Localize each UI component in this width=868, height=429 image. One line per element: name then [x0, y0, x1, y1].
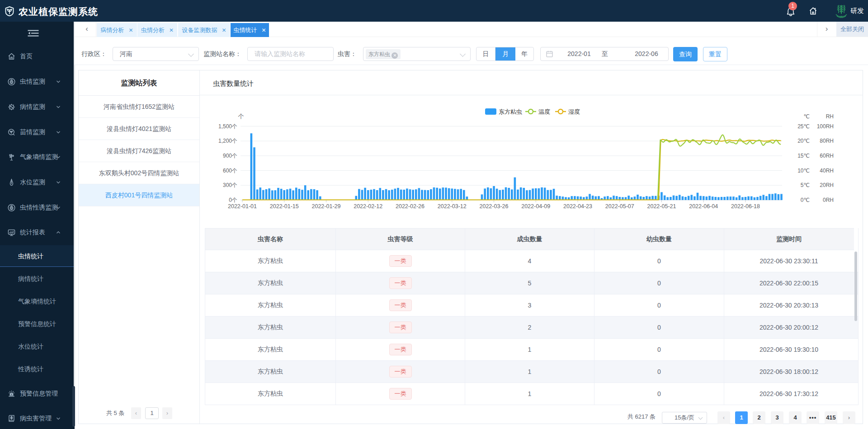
- svg-text:600个: 600个: [223, 168, 237, 174]
- svg-text:℃: ℃: [804, 113, 810, 120]
- svg-text:1,200个: 1,200个: [218, 138, 237, 144]
- svg-text:60RH: 60RH: [820, 153, 834, 159]
- svg-text:2022-01-15: 2022-01-15: [270, 203, 299, 210]
- svg-text:湿度: 湿度: [568, 108, 580, 115]
- svg-text:2022-06-18: 2022-06-18: [731, 203, 760, 210]
- svg-text:RH: RH: [826, 113, 834, 120]
- svg-text:20RH: 20RH: [820, 182, 834, 188]
- svg-text:0个: 0个: [229, 197, 237, 203]
- svg-text:0℃: 0℃: [801, 197, 810, 203]
- svg-text:2022-04-09: 2022-04-09: [521, 203, 550, 210]
- svg-text:20℃: 20℃: [797, 138, 810, 144]
- svg-text:300个: 300个: [223, 182, 237, 188]
- svg-text:25℃: 25℃: [797, 123, 810, 130]
- svg-text:2022-01-29: 2022-01-29: [312, 203, 341, 210]
- svg-text:100RH: 100RH: [817, 123, 834, 130]
- svg-text:个: 个: [238, 113, 244, 120]
- svg-text:2022-02-12: 2022-02-12: [354, 203, 382, 210]
- svg-text:10℃: 10℃: [797, 168, 810, 174]
- svg-text:15℃: 15℃: [797, 153, 810, 159]
- svg-text:2022-05-21: 2022-05-21: [647, 203, 676, 210]
- svg-text:2022-05-07: 2022-05-07: [605, 203, 634, 210]
- svg-text:2022-03-12: 2022-03-12: [438, 203, 467, 210]
- svg-text:80RH: 80RH: [820, 138, 834, 144]
- svg-text:5℃: 5℃: [801, 182, 810, 188]
- svg-text:40RH: 40RH: [820, 168, 834, 174]
- svg-text:900个: 900个: [223, 153, 237, 159]
- svg-text:2022-03-26: 2022-03-26: [480, 203, 509, 210]
- svg-text:温度: 温度: [538, 108, 550, 115]
- svg-text:2022-04-23: 2022-04-23: [563, 203, 592, 210]
- svg-text:2022-06-04: 2022-06-04: [689, 203, 718, 210]
- svg-text:2022-01-01: 2022-01-01: [228, 203, 257, 210]
- svg-text:2022-02-26: 2022-02-26: [396, 203, 425, 210]
- svg-text:0RH: 0RH: [823, 197, 834, 203]
- svg-text:东方粘虫: 东方粘虫: [499, 108, 522, 115]
- svg-text:1,500个: 1,500个: [218, 123, 237, 130]
